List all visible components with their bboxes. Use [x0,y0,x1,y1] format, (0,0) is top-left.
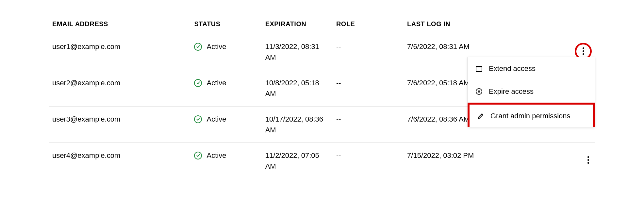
menu-item-expire-access[interactable]: Expire access [468,80,595,103]
cell-status: Active [191,143,262,179]
cell-expiration: 10/8/2022, 05:18 AM [262,70,333,107]
cell-expiration: 11/3/2022, 08:31 AM [262,34,333,70]
menu-item-label: Expire access [489,86,534,97]
users-table: EMAIL ADDRESS STATUS EXPIRATION ROLE LAS… [49,16,595,179]
check-circle-icon [194,152,202,159]
cell-email: user4@example.com [49,143,191,179]
check-circle-icon [194,43,202,51]
pencil-icon [477,112,485,120]
calendar-icon [475,65,483,73]
menu-item-grant-admin[interactable]: Grant admin permissions [468,103,595,127]
cell-status: Active [191,34,262,70]
svg-rect-0 [476,66,482,72]
row-actions-menu: Extend access Expire access Grant admin … [468,57,595,127]
column-header-email: EMAIL ADDRESS [49,16,191,34]
status-text: Active [206,114,226,125]
row-actions-button[interactable] [585,154,592,166]
cell-role: -- [333,107,404,143]
column-header-expiration: EXPIRATION [262,16,333,34]
check-circle-icon [194,79,202,87]
kebab-icon [587,156,589,164]
status-text: Active [206,41,226,52]
status-text: Active [206,77,226,88]
cell-expiration: 11/2/2022, 07:05 AM [262,143,333,179]
column-header-role: ROLE [333,16,404,34]
cell-status: Active [191,70,262,107]
table-row: user4@example.com Active 11/2/2022, 07:0… [49,143,595,179]
cell-role: -- [333,143,404,179]
cell-email: user2@example.com [49,70,191,107]
kebab-icon [583,47,584,55]
menu-item-label: Extend access [489,63,536,74]
cell-role: -- [333,34,404,70]
cell-lastlogin: 7/15/2022, 03:02 PM [404,143,568,179]
status-text: Active [206,150,226,161]
table-header-row: EMAIL ADDRESS STATUS EXPIRATION ROLE LAS… [49,16,595,34]
x-circle-icon [475,88,483,95]
svg-line-7 [481,114,482,115]
cell-email: user1@example.com [49,34,191,70]
cell-status: Active [191,107,262,143]
column-header-actions [568,16,595,34]
cell-expiration: 10/17/2022, 08:36 AM [262,107,333,143]
cell-actions: Extend access Expire access Grant admin … [568,34,595,70]
users-table-container: EMAIL ADDRESS STATUS EXPIRATION ROLE LAS… [49,16,595,179]
column-header-status: STATUS [191,16,262,34]
cell-role: -- [333,70,404,107]
row-actions-button[interactable] [580,45,587,58]
cell-actions [568,143,595,179]
column-header-lastlogin: LAST LOG IN [404,16,568,34]
menu-item-label: Grant admin permissions [490,110,570,121]
check-circle-icon [194,115,202,123]
table-row: user1@example.com Active 11/3/2022, 08:3… [49,34,595,70]
cell-email: user3@example.com [49,107,191,143]
menu-item-extend-access[interactable]: Extend access [468,57,595,80]
